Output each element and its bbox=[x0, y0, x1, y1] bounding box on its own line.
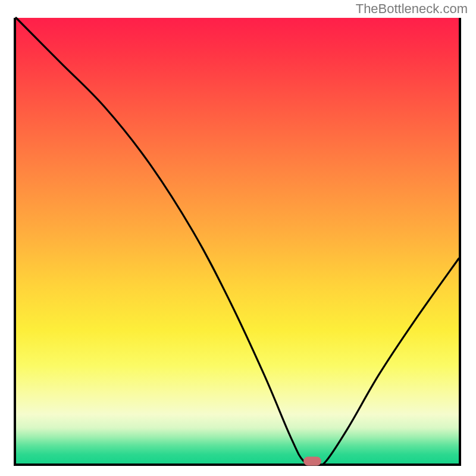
bottleneck-curve bbox=[16, 18, 459, 464]
bottleneck-curve-path bbox=[16, 18, 459, 465]
optimal-marker bbox=[303, 457, 321, 466]
watermark-text: TheBottleneck.com bbox=[356, 1, 468, 17]
chart-plot-area bbox=[14, 18, 461, 466]
